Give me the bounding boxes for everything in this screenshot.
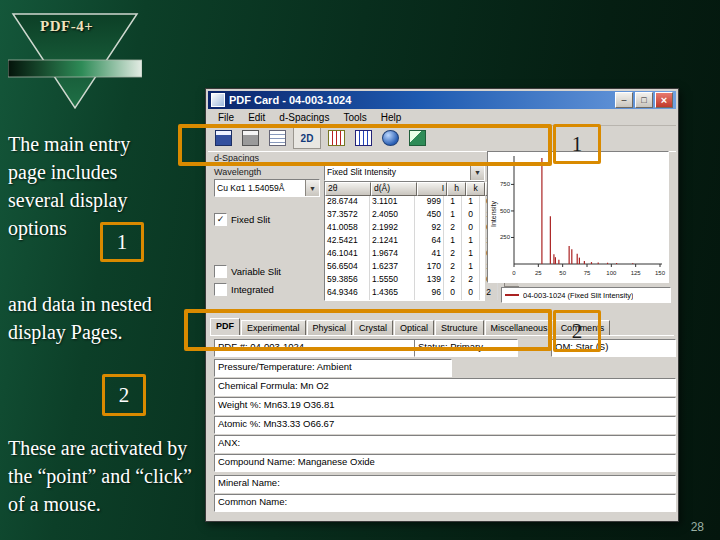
table-row[interactable]: 42.54212.124164111 [325,235,504,248]
svg-text:50: 50 [559,270,566,276]
slide: PDF-4+ The main entry page includes seve… [0,0,720,540]
table-cell: 0 [462,209,480,222]
callout-number-1-window: 1 [553,124,601,164]
table-cell: 1 [462,248,480,261]
pressure-temperature-field[interactable]: Pressure/Temperature: Ambient [214,359,452,377]
atomic-percent-field[interactable]: Atomic %: Mn33.33 O66.67 [214,416,676,434]
table-cell: 64 [415,235,444,248]
mineral-name-field[interactable]: Mineral Name: [214,475,676,493]
chart-legend: 04-003-1024 (Fixed Slit Intensity) [501,287,671,303]
compound-name-field[interactable]: Compound Name: Manganese Oxide [214,454,676,472]
svg-text:250: 250 [500,234,511,240]
table-row[interactable]: 41.00582.199292200 [325,222,504,235]
checkbox-label: Integrated [231,284,274,295]
menu-item-tools[interactable]: Tools [337,111,372,124]
table-cell: 56.6504 [325,261,370,274]
highlight-rect-tabs [184,309,552,351]
table-cell: 2 [444,261,462,274]
svg-text:150: 150 [655,270,666,276]
table-header-cell: I [417,182,447,196]
wavelength-value: Cu Kα1 1.54059Å [215,183,305,193]
table-cell: 41.0058 [325,222,370,235]
svg-text:Intensity: Intensity [490,200,498,227]
pattern-chart: 2505007500255075100125150Intensity [487,151,669,283]
svg-text:125: 125 [631,270,642,276]
pattern-chart-svg: 2505007500255075100125150Intensity [488,152,666,280]
checkbox-label: Fixed Slit [231,214,270,225]
table-cell: 1.5550 [370,274,415,287]
table-cell: 2.4050 [370,209,415,222]
table-cell: 2 [444,222,462,235]
maximize-button[interactable]: □ [635,92,653,108]
menu-item-help[interactable]: Help [375,111,408,124]
table-header-row: 2θd(Å)Ihkl [325,182,504,196]
dspacing-table: 2θd(Å)Ihkl 28.67443.110199911037.35722.4… [324,181,485,301]
table-cell: 92 [415,222,444,235]
table-row[interactable]: 59.38561.5550139220 [325,274,504,287]
table-cell: 1.6237 [370,261,415,274]
table-cell: 2 [444,274,462,287]
table-cell: 1 [444,196,462,209]
svg-text:100: 100 [606,270,617,276]
table-cell: 2.1992 [370,222,415,235]
table-cell: 42.5421 [325,235,370,248]
table-cell: 37.3572 [325,209,370,222]
intensity-mode-value: Fixed Slit Intensity [325,167,470,177]
common-name-field[interactable]: Common Name: [214,494,676,512]
table-cell: 1.4365 [370,287,415,300]
table-cell: 2 [462,274,480,287]
table-cell: 1 [462,235,480,248]
callout-number-2-window: 2 [553,310,601,352]
table-cell: 41 [415,248,444,261]
wavelength-select[interactable]: Cu Kα1 1.54059Å ▼ [214,179,320,197]
table-cell: 170 [415,261,444,274]
app-icon [211,93,225,107]
chevron-down-icon[interactable]: ▼ [470,164,484,180]
title-bar[interactable]: PDF Card - 04-003-1024 – □ × [208,91,676,109]
chevron-down-icon[interactable]: ▼ [305,180,319,196]
close-button[interactable]: × [655,92,673,108]
table-header-cell: d(Å) [371,182,417,196]
checkbox-label: Variable Slit [231,266,281,277]
table-row[interactable]: 37.35722.4050450101 [325,209,504,222]
table-cell: 0 [444,287,462,300]
table-cell: 1 [462,196,480,209]
table-cell: 46.1041 [325,248,370,261]
integrated-checkbox[interactable]: Integrated [214,283,274,296]
table-cell: 2 [444,248,462,261]
legend-line-icon [505,294,519,296]
fixed-slit-checkbox[interactable]: ✓ Fixed Slit [214,213,270,226]
table-body: 28.67443.110199911037.35722.405045010141… [325,196,504,300]
highlight-rect-toolbar [178,124,552,166]
table-cell: 3.1101 [370,196,415,209]
menu-item-d-spacings[interactable]: d-Spacings [273,111,335,124]
callout-number-2-window-label: 2 [572,319,583,344]
minimize-button[interactable]: – [615,92,633,108]
table-cell: 1 [444,235,462,248]
weight-percent-field[interactable]: Weight %: Mn63.19 O36.81 [214,397,676,415]
callout-number-1-label: 1 [117,230,128,255]
table-row[interactable]: 46.10411.967441210 [325,248,504,261]
table-row[interactable]: 56.65041.6237170211 [325,261,504,274]
variable-slit-checkbox[interactable]: Variable Slit [214,265,281,278]
anx-field[interactable]: ANX: [214,435,676,453]
table-row[interactable]: 28.67443.1101999110 [325,196,504,209]
table-cell: 96 [415,287,444,300]
table-row[interactable]: 64.93461.436596002 [325,287,504,300]
table-cell: 64.9346 [325,287,370,300]
checkbox-icon [214,265,227,278]
table-cell: 2 [480,287,498,300]
table-cell: 28.6744 [325,196,370,209]
menu-item-file[interactable]: File [212,111,240,124]
chemical-formula-field[interactable]: Chemical Formula: Mn O2 [214,378,676,396]
wavelength-label: Wavelength [214,167,261,177]
logo-text: PDF-4+ [40,18,93,35]
table-cell: 1 [444,209,462,222]
table-header-cell: 2θ [325,182,371,196]
table-cell: 999 [415,196,444,209]
table-cell: 1 [462,261,480,274]
callout-number-2: 2 [102,374,146,416]
slide-text-2: and data in nested display Pages. [8,290,158,346]
table-cell: 1.9674 [370,248,415,261]
menu-item-edit[interactable]: Edit [242,111,271,124]
